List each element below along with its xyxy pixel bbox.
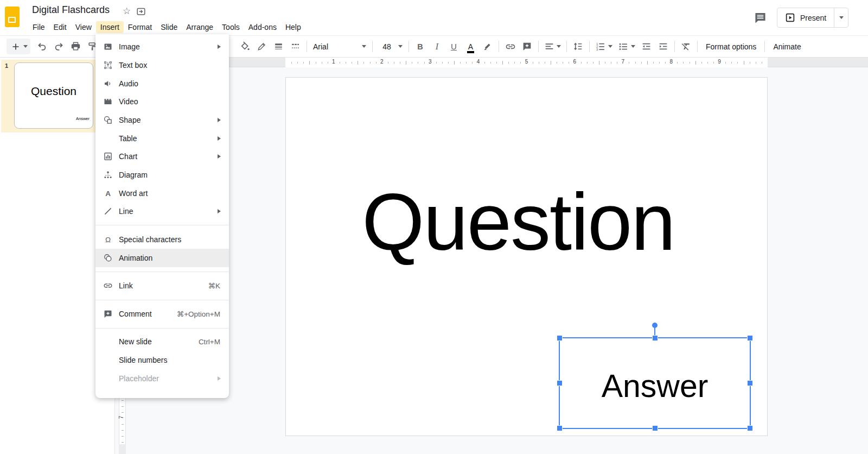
menu-item-slide-numbers[interactable]: Slide numbers [95, 351, 229, 369]
font-size-dropdown[interactable]: 48 [375, 39, 406, 54]
menu-item-shortcut: ⌘+Option+M [177, 310, 220, 318]
present-play-icon [785, 12, 795, 23]
resize-handle-nw[interactable] [557, 336, 562, 340]
resize-handle-ne[interactable] [748, 336, 752, 340]
print-button[interactable] [68, 39, 84, 54]
font-family-dropdown[interactable]: Arial [310, 39, 369, 54]
resize-handle-se[interactable] [748, 426, 752, 431]
menu-item-line[interactable]: Line [95, 202, 229, 220]
star-icon[interactable]: ☆ [123, 6, 131, 17]
diagram-icon [103, 170, 113, 180]
text-color-button[interactable]: A [463, 39, 478, 54]
border-dash-icon[interactable] [288, 39, 303, 54]
menu-item-label: Animation [119, 254, 152, 262]
bold-button[interactable]: B [412, 39, 428, 54]
resize-handle-n[interactable] [653, 336, 658, 340]
clear-formatting-icon[interactable] [678, 39, 694, 54]
thumbnail-answer-text: Answer [76, 116, 90, 121]
new-slide-caret-icon[interactable] [23, 45, 28, 48]
highlight-color-icon[interactable] [480, 39, 495, 54]
menubar-item-insert[interactable]: Insert [96, 21, 124, 33]
animation-icon [103, 253, 113, 263]
menu-item-special-characters[interactable]: ΩSpecial characters [95, 230, 229, 249]
ruler-number: 2 [380, 59, 384, 65]
present-dropdown[interactable] [834, 8, 848, 27]
slides-logo-icon[interactable] [5, 7, 20, 27]
video-icon [103, 97, 113, 106]
svg-text:Ω: Ω [105, 236, 111, 244]
menubar-item-arrange[interactable]: Arrange [182, 21, 218, 33]
format-options-button[interactable]: Format options [700, 42, 762, 51]
menu-item-comment[interactable]: Comment⌘+Option+M [95, 305, 229, 323]
move-to-folder-icon[interactable] [136, 7, 146, 16]
numbered-list-dropdown[interactable]: 1 2 3 [593, 39, 615, 54]
undo-button[interactable] [34, 39, 50, 54]
menubar-item-edit[interactable]: Edit [49, 21, 71, 33]
ruler-number: 9 [718, 59, 721, 65]
comment-icon [103, 309, 113, 319]
insert-link-icon[interactable] [502, 39, 518, 54]
new-slide-button[interactable] [7, 39, 30, 54]
ruler-number: 8 [669, 59, 673, 65]
increase-indent-icon[interactable] [655, 39, 671, 54]
align-dropdown[interactable] [542, 39, 563, 54]
underline-button[interactable]: U [446, 39, 462, 54]
menu-item-animation[interactable]: Animation [95, 249, 229, 267]
svg-text:A: A [105, 189, 111, 197]
submenu-arrow-icon [218, 209, 221, 213]
ruler-number: 5 [525, 59, 528, 65]
google-slides-window: Digital Flashcards ☆ FileEditViewInsertF… [0, 0, 868, 454]
present-button[interactable]: Present [777, 8, 848, 28]
menu-item-label: Special characters [119, 235, 181, 244]
document-title[interactable]: Digital Flashcards [32, 4, 110, 16]
menu-item-table[interactable]: Table [95, 129, 229, 148]
open-comments-button[interactable] [752, 10, 768, 26]
bulleted-list-dropdown[interactable] [616, 39, 637, 54]
menubar-item-add-ons[interactable]: Add-ons [244, 21, 281, 33]
menu-separator [95, 225, 229, 225]
menu-item-label: New slide [119, 337, 152, 346]
slide-thumbnail[interactable]: Question Answer [14, 62, 93, 129]
menu-item-image[interactable]: Image [95, 37, 229, 56]
menubar-item-format[interactable]: Format [124, 21, 156, 33]
menubar-item-slide[interactable]: Slide [156, 21, 182, 33]
menu-item-text-box[interactable]: Text box [95, 56, 229, 74]
ruler-number: 6 [573, 59, 577, 65]
animate-button[interactable]: Animate [768, 42, 806, 51]
slide-canvas[interactable]: Question Answer [285, 77, 768, 436]
menu-item-new-slide[interactable]: New slideCtrl+M [95, 332, 229, 351]
ruler-number: 3 [429, 59, 432, 65]
answer-text-box[interactable]: Answer [559, 337, 751, 429]
menu-item-chart[interactable]: Chart [95, 147, 229, 166]
menu-item-link[interactable]: Link⌘K [95, 276, 229, 295]
rotate-handle[interactable] [652, 323, 658, 328]
menu-item-word-art[interactable]: AWord art [95, 184, 229, 203]
add-comment-icon[interactable] [519, 39, 535, 54]
menubar-item-file[interactable]: File [28, 21, 49, 33]
question-text-box[interactable]: Question [286, 180, 751, 264]
menu-item-audio[interactable]: Audio [95, 74, 229, 93]
submenu-arrow-icon [218, 45, 221, 49]
resize-handle-sw[interactable] [557, 426, 562, 431]
present-label: Present [800, 14, 826, 22]
decrease-indent-icon[interactable] [639, 39, 654, 54]
line-spacing-icon[interactable] [570, 39, 586, 54]
menu-item-label: Shape [119, 116, 141, 124]
menu-item-label: Table [119, 134, 137, 143]
resize-handle-s[interactable] [653, 426, 658, 431]
border-weight-icon[interactable] [271, 39, 286, 54]
vertical-ruler-number: 7 [118, 416, 124, 419]
menu-item-label: Video [119, 97, 138, 106]
border-color-icon[interactable] [254, 39, 270, 54]
answer-text: Answer [560, 368, 750, 405]
menubar-item-help[interactable]: Help [281, 21, 305, 33]
menu-separator [95, 300, 229, 300]
menubar-item-tools[interactable]: Tools [218, 21, 244, 33]
menubar-item-view[interactable]: View [71, 21, 96, 33]
menu-item-diagram[interactable]: Diagram [95, 166, 229, 184]
italic-button[interactable]: I [429, 39, 445, 54]
fill-color-icon[interactable] [237, 39, 253, 54]
redo-button[interactable] [51, 39, 67, 54]
menu-item-shape[interactable]: Shape [95, 111, 229, 129]
menu-item-video[interactable]: Video [95, 92, 229, 111]
